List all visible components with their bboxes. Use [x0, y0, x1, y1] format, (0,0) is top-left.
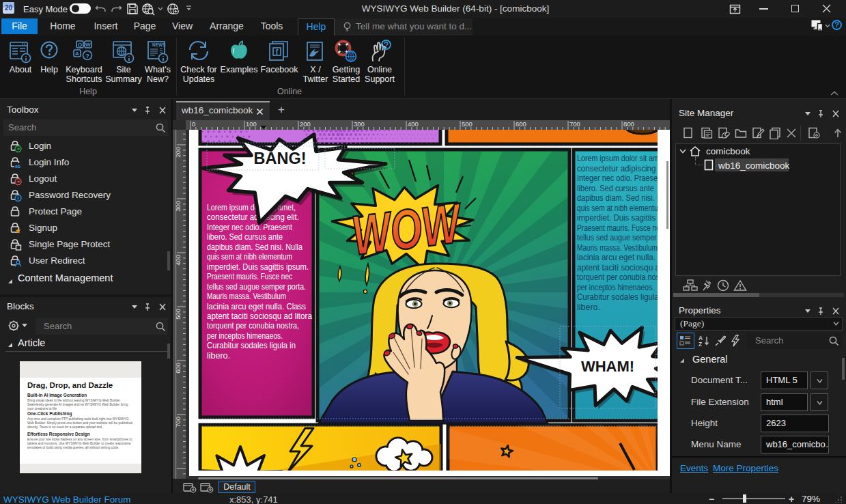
svg-text:300: 300 [354, 120, 365, 128]
svg-text:300: 300 [174, 201, 182, 212]
svg-text:imperdiet. Duis sagittis ipsum: imperdiet. Duis sagittis ipsum. [577, 213, 671, 223]
svg-text:700: 700 [569, 120, 580, 128]
svg-text:consectetur adipiscing elit.: consectetur adipiscing elit. [577, 164, 671, 173]
svg-text:imperdiet. Duis sagittis ipsum: imperdiet. Duis sagittis ipsum. [207, 262, 309, 272]
svg-text:BANG!: BANG! [253, 150, 306, 167]
svg-text:libero. Sed cursus ante: libero. Sed cursus ante [207, 232, 283, 242]
svg-text:torquent per conubia nostra,: torquent per conubia nostra, [577, 272, 671, 282]
svg-text:0: 0 [192, 120, 195, 128]
svg-text:consectetur adipiscing elit.: consectetur adipiscing elit. [207, 212, 299, 222]
svg-text:tellus sed augue semper porta.: tellus sed augue semper porta. [207, 282, 306, 292]
svg-text:Integer nec odio. Praesent: Integer nec odio. Praesent [207, 223, 293, 232]
svg-text:NEWS: NEWS [152, 42, 166, 47]
svg-text:200: 200 [300, 120, 311, 128]
svg-text:WHAM!: WHAM! [581, 358, 634, 375]
svg-text:libero.: libero. [207, 351, 230, 361]
svg-text:Curabitur sodales ligula in: Curabitur sodales ligula in [207, 341, 296, 350]
svg-text:600: 600 [516, 120, 526, 128]
svg-text:Praesent mauris. Fusce nec: Praesent mauris. Fusce nec [577, 223, 664, 233]
svg-text:Mauris massa. Vestibulum: Mauris massa. Vestibulum [577, 243, 658, 253]
svg-text:100: 100 [246, 120, 257, 128]
svg-text:500: 500 [462, 120, 473, 128]
svg-text:per inceptos himenaeos.: per inceptos himenaeos. [207, 331, 283, 341]
svg-text:?: ? [16, 196, 19, 201]
svg-text:Q: Q [78, 42, 82, 48]
svg-text:200: 200 [174, 147, 182, 158]
svg-text:400: 400 [174, 255, 182, 266]
svg-text:aptent taciti sociosqu ad lito: aptent taciti sociosqu ad litora [207, 311, 312, 321]
svg-text:quis sem at nibh elementum: quis sem at nibh elementum [207, 252, 292, 262]
svg-text:f: f [276, 48, 279, 56]
svg-text:libero.: libero. [577, 303, 600, 312]
svg-text:aptent taciti sociosqu ad lito: aptent taciti sociosqu ad litora [577, 263, 671, 272]
svg-text:per inceptos himenaeos.: per inceptos himenaeos. [577, 283, 654, 292]
svg-text:600: 600 [174, 363, 182, 374]
svg-text:lacinia arcu eget nulla. Class: lacinia arcu eget nulla. Class [577, 253, 671, 262]
svg-text:Z: Z [699, 341, 702, 347]
svg-text:500: 500 [174, 309, 182, 320]
svg-text:dapibus diam. Sed nisi. Nulla: dapibus diam. Sed nisi. Nulla [207, 242, 302, 252]
svg-text:800: 800 [623, 120, 634, 128]
svg-text:Curabitur sodales ligula in: Curabitur sodales ligula in [577, 292, 667, 302]
svg-text:700: 700 [174, 417, 182, 428]
svg-text:Praesent mauris. Fusce nec: Praesent mauris. Fusce nec [207, 272, 292, 281]
svg-text:dapibus diam. Sed nisi. Nulla: dapibus diam. Sed nisi. Nulla [577, 193, 671, 203]
svg-text:Lorem ipsum dolor sit amet,: Lorem ipsum dolor sit amet, [577, 154, 667, 163]
svg-text:ab: ab [15, 164, 20, 169]
svg-text:Integer nec odio. Praesent: Integer nec odio. Praesent [577, 173, 664, 183]
svg-text:?: ? [85, 53, 89, 59]
svg-text:A: A [75, 51, 79, 57]
svg-text:quis sem at nibh elementum: quis sem at nibh elementum [577, 204, 664, 213]
svg-text:libero. Sed cursus ante: libero. Sed cursus ante [577, 184, 654, 193]
svg-text:400: 400 [408, 120, 419, 128]
svg-text:tellus sed augue semper porta.: tellus sed augue semper porta. [577, 233, 671, 242]
svg-text:Mauris massa. Vestibulum: Mauris massa. Vestibulum [207, 292, 286, 301]
svg-text:W: W [85, 42, 91, 48]
svg-text:lacinia arcu eget nulla. Class: lacinia arcu eget nulla. Class [207, 302, 306, 311]
svg-text:torquent per conubia nostra,: torquent per conubia nostra, [207, 321, 299, 331]
